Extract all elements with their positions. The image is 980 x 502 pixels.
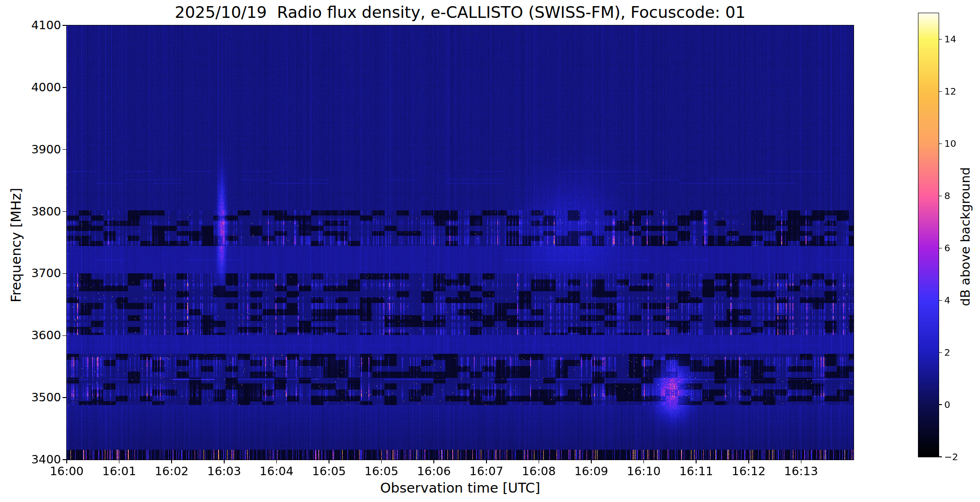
colorbar-tick-label: 12: [944, 86, 956, 97]
y-axis-tick: [63, 459, 67, 460]
x-axis-tick: [381, 460, 382, 463]
x-tick-label: 16:04: [253, 464, 300, 478]
x-tick-label: 16:05: [306, 464, 353, 478]
x-axis-tick: [801, 460, 802, 463]
y-axis-tick: [63, 149, 67, 150]
x-tick-label: 16:06: [410, 464, 457, 478]
y-axis-tick: [63, 273, 67, 274]
x-tick-label: 16:00: [43, 464, 90, 478]
x-axis-label: Observation time [UTC]: [67, 480, 854, 496]
colorbar-tick-label: 4: [944, 295, 950, 306]
colorbar-tick-label: 14: [944, 33, 956, 45]
y-tick-label: 3700: [17, 267, 61, 280]
chart-title: 2025/10/19 Radio flux density, e-CALLIST…: [67, 3, 854, 22]
colorbar-tick: [939, 352, 942, 353]
colorbar-tick: [939, 404, 942, 405]
colorbar-tick-label: 0: [944, 399, 950, 410]
x-tick-label: 16:12: [725, 464, 772, 478]
x-axis-tick: [276, 460, 277, 463]
colorbar-tick-label: −2: [944, 451, 958, 462]
x-axis-tick: [696, 460, 697, 463]
x-tick-label: 16:09: [568, 464, 615, 478]
y-tick-label: 4000: [17, 81, 61, 94]
y-axis-tick: [63, 335, 67, 336]
x-axis-tick: [224, 460, 225, 463]
x-axis-tick: [119, 460, 120, 463]
colorbar-tick: [939, 248, 942, 248]
colorbar-tick: [939, 143, 942, 144]
x-axis-tick: [748, 460, 749, 463]
y-axis-tick: [63, 25, 67, 26]
y-axis-tick: [63, 397, 67, 398]
y-axis-label: Frequency [MHz]: [8, 186, 27, 304]
x-tick-label: 16:08: [515, 464, 562, 478]
colorbar-tick-label: 2: [944, 347, 950, 358]
y-axis-tick: [63, 211, 67, 212]
x-axis-tick: [329, 460, 329, 463]
x-axis-tick: [539, 460, 540, 463]
colorbar-canvas: [918, 13, 939, 457]
x-axis-tick: [643, 460, 644, 463]
y-tick-label: 3600: [17, 329, 61, 342]
x-axis-tick: [486, 460, 487, 463]
x-axis-tick: [171, 460, 172, 463]
colorbar-tick-label: 10: [944, 138, 956, 149]
colorbar-tick-label: 6: [944, 242, 950, 254]
x-tick-label: 16:11: [673, 464, 720, 478]
x-tick-label: 16:07: [463, 464, 510, 478]
x-axis-tick: [433, 460, 434, 463]
x-axis-tick: [66, 460, 67, 463]
y-tick-label: 3500: [17, 391, 61, 404]
x-tick-label: 16:03: [201, 464, 248, 478]
y-tick-label: 3900: [17, 143, 61, 156]
spectrogram-figure: 2025/10/19 Radio flux density, e-CALLIST…: [0, 0, 980, 502]
x-tick-label: 16:02: [148, 464, 195, 478]
x-tick-label: 16:05: [358, 464, 405, 478]
y-axis-tick: [63, 87, 67, 88]
colorbar-tick: [939, 300, 942, 301]
colorbar-label: dB above background: [958, 157, 977, 317]
x-tick-label: 16:01: [96, 464, 143, 478]
colorbar-tick: [939, 39, 942, 40]
y-tick-label: 4100: [17, 19, 61, 32]
colorbar-tick-label: 8: [944, 190, 950, 201]
spectrogram-canvas: [67, 25, 854, 460]
x-axis-tick: [591, 460, 592, 463]
x-tick-label: 16:10: [620, 464, 667, 478]
colorbar-tick: [939, 196, 942, 196]
colorbar-tick: [939, 91, 942, 92]
x-tick-label: 16:13: [777, 464, 824, 478]
y-tick-label: 3800: [17, 205, 61, 218]
colorbar-tick: [939, 456, 942, 457]
y-tick-label: 3400: [17, 453, 61, 466]
